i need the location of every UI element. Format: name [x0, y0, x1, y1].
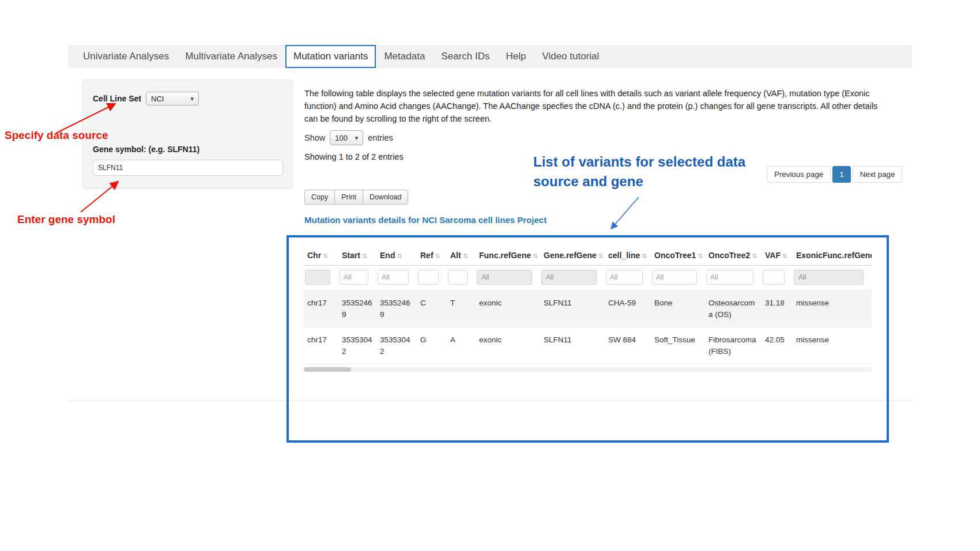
sort-icon[interactable]: ⇅: [397, 252, 402, 259]
print-button[interactable]: Print: [334, 190, 363, 205]
annotation-variants-line1: List of variants for selected data: [533, 152, 745, 172]
cell-line-set-select[interactable]: NCI ▾: [146, 92, 199, 105]
column-header-OncoTree1[interactable]: OncoTree1⇅: [651, 246, 705, 266]
sort-icon[interactable]: ⇅: [642, 252, 647, 259]
filter-input-Alt[interactable]: [448, 270, 468, 285]
arrow-variants-list: [611, 197, 639, 229]
table-cell: missense: [793, 290, 872, 327]
download-button[interactable]: Download: [363, 190, 409, 205]
filter-input-OncoTree1[interactable]: [652, 270, 697, 285]
table-cell: exonic: [476, 327, 540, 364]
sort-icon[interactable]: ⇅: [323, 252, 328, 259]
table-cell: Soft_Tissue: [651, 327, 705, 364]
table-cell: C: [417, 290, 447, 327]
column-header-cell_line[interactable]: cell_line⇅: [605, 246, 651, 266]
table-cell: 35353042: [376, 327, 417, 364]
filter-select-Gene.refGene[interactable]: All: [541, 270, 597, 285]
filter-cell: [605, 266, 651, 290]
annotation-enter-gene-symbol: Enter gene symbol: [17, 213, 115, 226]
tab-video-tutorial[interactable]: Video tutorial: [534, 45, 607, 68]
table-cell: 35352469: [338, 290, 376, 327]
horizontal-scrollbar-thumb[interactable]: [304, 367, 351, 372]
page-number-1[interactable]: 1: [832, 166, 850, 183]
filter-cell: [762, 266, 793, 290]
filter-cell: All: [476, 266, 540, 290]
page-length-select[interactable]: 100 ▾: [330, 130, 363, 145]
next-page-button[interactable]: Next page: [853, 166, 903, 183]
filter-cell: All: [540, 266, 605, 290]
previous-page-button[interactable]: Previous page: [767, 166, 831, 183]
sort-icon[interactable]: ⇅: [533, 252, 538, 259]
column-label: Gene.refGene: [544, 251, 597, 260]
column-label: Func.refGene: [479, 251, 531, 260]
filter-input-End[interactable]: [378, 270, 409, 285]
table-row[interactable]: chr173535246935352469CTexonicSLFN11CHA-5…: [304, 290, 872, 327]
column-label: End: [380, 251, 395, 260]
sort-icon[interactable]: ⇅: [752, 252, 757, 259]
top-navigation: Univariate Analyses Multivariate Analyse…: [68, 45, 912, 68]
tab-multivariate-analyses[interactable]: Multivariate Analyses: [177, 45, 285, 68]
column-header-ExonicFunc.refGene[interactable]: ExonicFunc.refGene⇅: [793, 246, 872, 266]
tab-search-ids[interactable]: Search IDs: [433, 45, 497, 68]
sort-icon[interactable]: ⇅: [598, 252, 604, 259]
column-label: Ref: [420, 251, 434, 260]
filter-input-VAF[interactable]: [763, 270, 785, 285]
tab-mutation-variants[interactable]: Mutation variants: [285, 45, 376, 68]
copy-button[interactable]: Copy: [304, 190, 335, 205]
tab-help[interactable]: Help: [497, 45, 534, 68]
column-label: OncoTree1: [654, 251, 696, 260]
filter-cell: [651, 266, 705, 290]
filter-input-Start[interactable]: [340, 270, 368, 285]
column-label: ExonicFunc.refGene: [796, 251, 872, 260]
table-body: chr173535246935352469CTexonicSLFN11CHA-5…: [304, 290, 872, 364]
filter-cell: [304, 266, 338, 290]
column-header-OncoTree2[interactable]: OncoTree2⇅: [705, 246, 762, 266]
column-header-Ref[interactable]: Ref⇅: [417, 246, 447, 266]
export-button-group: Copy Print Download: [304, 190, 408, 205]
annotation-specify-data-source: Specify data source: [5, 129, 108, 142]
table-cell: SLFN11: [540, 290, 605, 327]
tab-univariate-analyses[interactable]: Univariate Analyses: [75, 45, 177, 68]
column-header-End[interactable]: End⇅: [376, 246, 417, 266]
filter-cell: [705, 266, 762, 290]
table-cell: SLFN11: [540, 327, 605, 364]
sort-icon[interactable]: ⇅: [362, 252, 367, 259]
column-header-VAF[interactable]: VAF⇅: [762, 246, 793, 266]
sort-icon[interactable]: ⇅: [782, 252, 787, 259]
column-label: OncoTree2: [708, 251, 750, 260]
tab-metadata[interactable]: Metadata: [376, 45, 433, 68]
filter-input-OncoTree2[interactable]: [706, 270, 753, 285]
table-title-link[interactable]: Mutation variants details for NCI Sarcom…: [304, 215, 546, 225]
sort-icon[interactable]: ⇅: [463, 252, 468, 259]
column-header-Chr[interactable]: Chr⇅: [304, 246, 338, 266]
sort-icon[interactable]: ⇅: [698, 252, 703, 259]
column-header-Gene.refGene[interactable]: Gene.refGene⇅: [540, 246, 605, 266]
column-header-Start[interactable]: Start⇅: [338, 246, 376, 266]
table-cell: exonic: [476, 290, 540, 327]
table-cell: missense: [793, 327, 872, 364]
chevron-down-icon: ▾: [355, 134, 359, 142]
filter-cell: [417, 266, 447, 290]
table-row[interactable]: chr173535304235353042GAexonicSLFN11SW 68…: [304, 327, 872, 364]
column-label: Chr: [307, 251, 321, 260]
gene-symbol-input[interactable]: [93, 160, 283, 176]
pagination: Previous page 1 Next page: [767, 166, 902, 183]
page-length-value: 100: [335, 134, 348, 142]
filter-cell: [447, 266, 476, 290]
sort-icon[interactable]: ⇅: [435, 252, 440, 259]
table-header-row: Chr⇅Start⇅End⇅Ref⇅Alt⇅Func.refGene⇅Gene.…: [304, 246, 872, 266]
chevron-down-icon: ▾: [191, 95, 194, 103]
column-header-Alt[interactable]: Alt⇅: [447, 246, 476, 266]
filter-input-cell_line[interactable]: [606, 270, 643, 285]
cell-line-set-label: Cell Line Set: [93, 94, 141, 103]
filter-input-Ref[interactable]: [418, 270, 439, 285]
show-entries-control: Show 100 ▾ entries: [304, 130, 393, 145]
table-cell: Osteosarcoma (OS): [705, 290, 762, 327]
horizontal-scrollbar-track[interactable]: [304, 367, 872, 372]
table-cell: SW 684: [605, 327, 651, 364]
filter-select-ExonicFunc.refGene[interactable]: All: [794, 270, 864, 285]
filter-select-Func.refGene[interactable]: All: [477, 270, 532, 285]
filter-select-Chr[interactable]: [305, 270, 330, 285]
table-cell: 35352469: [376, 290, 417, 327]
column-header-Func.refGene[interactable]: Func.refGene⇅: [476, 246, 540, 266]
